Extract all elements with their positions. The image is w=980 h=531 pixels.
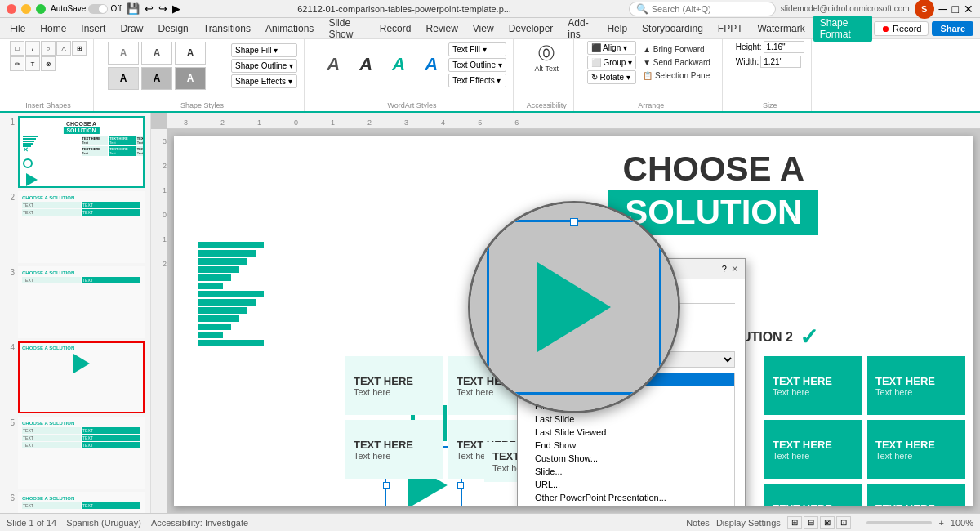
- shape-style-1[interactable]: A: [108, 42, 139, 65]
- cell-2[interactable]: TEXT HERE Text here: [867, 356, 965, 415]
- menu-home[interactable]: Home: [33, 21, 73, 36]
- slide-sorter-btn[interactable]: ⊟: [804, 516, 818, 529]
- close-window-icon[interactable]: ✕: [964, 2, 973, 16]
- wordart-1[interactable]: A: [318, 53, 349, 76]
- option-slide[interactable]: Slide...: [528, 465, 734, 478]
- shape-fill-btn[interactable]: Shape Fill ▾: [231, 43, 297, 57]
- shape-oval[interactable]: ○: [41, 41, 56, 56]
- cell-1[interactable]: TEXT HERE Text here: [764, 356, 862, 415]
- option-custom-show[interactable]: Custom Show...: [528, 452, 734, 465]
- slide-thumb-4[interactable]: 4 CHOOSE A SOLUTION: [3, 341, 147, 413]
- menu-draw[interactable]: Draw: [114, 21, 149, 36]
- shape-txt[interactable]: T: [25, 56, 40, 71]
- restore-window-icon[interactable]: □: [952, 2, 959, 16]
- shape-rect[interactable]: □: [10, 41, 24, 56]
- maximize-btn[interactable]: [36, 4, 46, 14]
- left-cell-3[interactable]: TEXT HERE Text here: [345, 420, 443, 479]
- shape-more[interactable]: ⊞: [72, 41, 87, 56]
- reading-view-btn[interactable]: ⊠: [820, 516, 835, 529]
- search-box[interactable]: 🔍: [629, 2, 776, 16]
- notes-btn[interactable]: Notes: [686, 518, 710, 528]
- shape-style-4[interactable]: A: [108, 67, 139, 90]
- menu-transitions[interactable]: Transitions: [197, 21, 257, 36]
- menu-record[interactable]: Record: [373, 21, 418, 36]
- text-fill-btn[interactable]: Text Fill ▾: [448, 42, 506, 56]
- slide-image-5[interactable]: CHOOSE A SOLUTION TEXT TEXT TEXT TEXT TE…: [18, 417, 145, 489]
- menu-insert[interactable]: Insert: [74, 21, 112, 36]
- shape-merge[interactable]: ⊗: [41, 56, 56, 71]
- group-btn[interactable]: ⬜ Group ▾: [587, 56, 636, 69]
- shape-style-2[interactable]: A: [141, 42, 172, 65]
- menu-review[interactable]: Review: [419, 21, 464, 36]
- shape-edit[interactable]: ✏: [10, 56, 24, 71]
- save-icon[interactable]: 💾: [127, 2, 140, 15]
- zoom-out-btn[interactable]: -: [858, 518, 861, 528]
- wordart-3[interactable]: A: [383, 53, 414, 76]
- display-settings-btn[interactable]: Display Settings: [716, 518, 781, 528]
- search-input[interactable]: [652, 4, 766, 14]
- wordart-4[interactable]: A: [416, 53, 447, 76]
- shape-effects-btn[interactable]: Shape Effects ▾: [231, 74, 297, 88]
- slide-image-3[interactable]: CHOOSE A SOLUTION TEXT TEXT: [18, 266, 145, 338]
- slide-image-1[interactable]: CHOOSE A SOLUTION ✕ TEXT HEREText: [18, 116, 145, 188]
- menu-help[interactable]: Help: [600, 21, 634, 36]
- menu-file[interactable]: File: [3, 21, 32, 36]
- user-avatar[interactable]: S: [915, 0, 934, 19]
- menu-fppt[interactable]: FPPT: [711, 21, 750, 36]
- present-icon[interactable]: ▶: [172, 2, 180, 15]
- autosave-toggle[interactable]: AutoSave Off: [51, 4, 122, 14]
- dialog-close-btn[interactable]: ×: [732, 262, 738, 275]
- rotate-btn[interactable]: ↻ Rotate ▾: [587, 70, 636, 84]
- menu-slideshow[interactable]: Slide Show: [322, 16, 371, 42]
- slide-thumb-1[interactable]: 1 CHOOSE A SOLUTION ✕: [3, 116, 147, 188]
- wordart-2[interactable]: A: [350, 53, 381, 76]
- cell-3[interactable]: TEXT HERE Text here: [764, 420, 862, 479]
- option-last-slide[interactable]: Last Slide: [528, 413, 734, 426]
- option-end-show[interactable]: End Show: [528, 439, 734, 452]
- slideshow-btn[interactable]: ⊡: [836, 516, 851, 529]
- option-other-ppt[interactable]: Other PowerPoint Presentation...: [528, 491, 734, 504]
- shape-style-5[interactable]: A: [141, 67, 172, 90]
- slide-image-2[interactable]: CHOOSE A SOLUTION TEXT TEXT TEXT TEXT: [18, 191, 145, 263]
- menu-design[interactable]: Design: [151, 21, 194, 36]
- menu-addins[interactable]: Add-ins: [561, 16, 599, 42]
- shape-tri[interactable]: △: [56, 41, 71, 56]
- undo-icon[interactable]: ↩: [145, 2, 154, 15]
- dialog-help-btn[interactable]: ?: [722, 264, 727, 274]
- shape-style-3[interactable]: A: [175, 42, 206, 65]
- zoom-level[interactable]: 100%: [951, 518, 973, 528]
- option-url[interactable]: URL...: [528, 478, 734, 491]
- normal-view-btn[interactable]: ⊞: [787, 516, 802, 529]
- option-last-viewed[interactable]: Last Slide Viewed: [528, 426, 734, 439]
- option-other-file[interactable]: Other File...: [528, 504, 734, 506]
- shape-style-6[interactable]: A: [175, 67, 206, 90]
- text-outline-btn[interactable]: Text Outline ▾: [448, 58, 506, 72]
- minimize-window-icon[interactable]: ─: [939, 2, 947, 16]
- menu-developer[interactable]: Developer: [502, 21, 560, 36]
- slide-thumb-3[interactable]: 3 CHOOSE A SOLUTION TEXT TEXT: [3, 266, 147, 338]
- width-input[interactable]: [760, 56, 801, 68]
- slide-image-6[interactable]: CHOOSE A SOLUTION TEXT TEXT: [18, 492, 145, 513]
- zoom-slider[interactable]: [866, 521, 932, 524]
- send-backward-btn[interactable]: ▼ Send Backward: [638, 56, 715, 69]
- cell-6[interactable]: TEXT HERE Text here: [867, 484, 965, 506]
- share-button[interactable]: Share: [932, 21, 973, 36]
- menu-shapeformat[interactable]: Shape Format: [813, 16, 872, 42]
- slide-thumb-6[interactable]: 6 CHOOSE A SOLUTION TEXT TEXT: [3, 492, 147, 513]
- menu-storyboarding[interactable]: Storyboarding: [635, 21, 710, 36]
- shape-outline-btn[interactable]: Shape Outline ▾: [231, 59, 297, 73]
- bring-forward-btn[interactable]: ▲ Bring Forward: [638, 43, 715, 56]
- slide-thumb-5[interactable]: 5 CHOOSE A SOLUTION TEXT TEXT TEXT TEXT …: [3, 417, 147, 489]
- text-effects-btn[interactable]: Text Effects ▾: [448, 74, 506, 87]
- menu-animations[interactable]: Animations: [259, 21, 320, 36]
- shape-line[interactable]: /: [25, 41, 40, 56]
- menu-view[interactable]: View: [466, 21, 501, 36]
- record-button[interactable]: ⏺ Record: [874, 21, 929, 36]
- cell-5[interactable]: TEXT HERE Text here: [764, 484, 862, 506]
- height-input[interactable]: [764, 41, 804, 53]
- slide-thumb-2[interactable]: 2 CHOOSE A SOLUTION TEXT TEXT TEXT TEXT: [3, 191, 147, 263]
- slide-image-4[interactable]: CHOOSE A SOLUTION: [18, 341, 145, 413]
- menu-watermark[interactable]: Watermark: [751, 21, 811, 36]
- close-btn[interactable]: [7, 4, 16, 14]
- align-btn[interactable]: ⬛ Align ▾: [587, 41, 636, 55]
